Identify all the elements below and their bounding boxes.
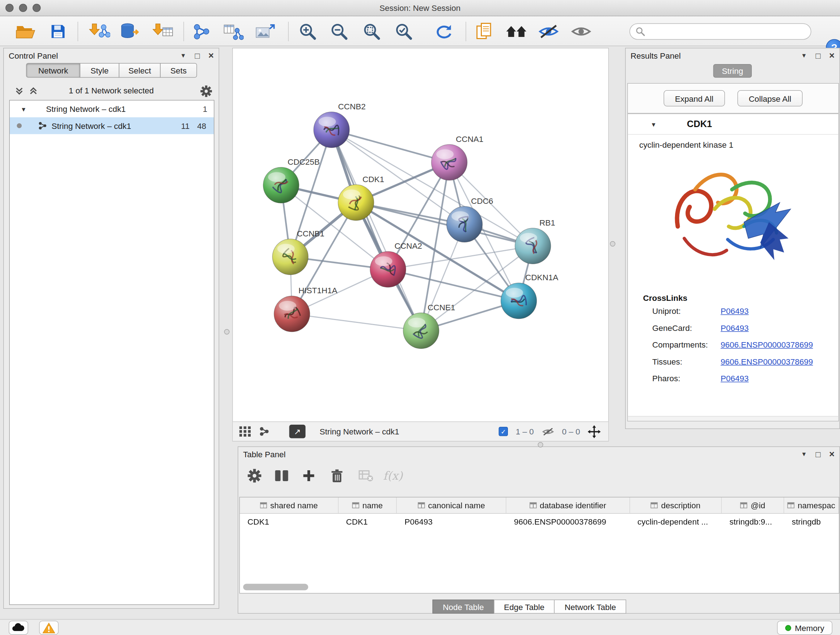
panel-menu-icon[interactable]: ▼ [801,451,807,457]
table-cell[interactable]: CDK1 [240,516,339,526]
left-splitter-handle[interactable] [224,329,230,334]
tab-style[interactable]: Style [80,63,120,78]
network-node-ccna1[interactable] [431,144,467,180]
search-input[interactable] [649,27,806,36]
network-edge[interactable] [332,130,422,331]
network-node-ccna2[interactable] [370,252,406,287]
network-node-cdk1[interactable] [338,185,374,220]
gear-icon[interactable] [201,86,212,97]
import-network-from-file-button[interactable] [88,20,111,43]
column-header-name[interactable]: name [339,497,397,513]
zoom-selected-button[interactable] [392,20,416,43]
network-node-ccne1[interactable] [403,313,439,348]
network-row-selected[interactable]: String Network – cdk1 11 48 [10,117,214,134]
panel-menu-icon[interactable]: ▼ [801,52,807,59]
pan-crosshair-icon[interactable] [588,425,601,438]
table-horizontal-scrollbar[interactable] [243,584,308,591]
tab-sets[interactable]: Sets [160,63,197,78]
save-session-button[interactable] [46,20,70,43]
delete-column-button[interactable] [326,466,348,486]
cloud-status-button[interactable] [9,621,28,635]
network-select-icon[interactable] [259,426,270,437]
table-options-button[interactable] [244,466,265,486]
tab-node-table[interactable]: Node Table [433,600,494,614]
tab-select[interactable]: Select [119,63,161,78]
hide-selected-button[interactable] [537,20,561,43]
network-node-rb1[interactable] [515,228,551,264]
results-horizontal-scrollbar[interactable] [628,416,838,421]
node-label-ccnb1: CCNB1 [297,229,325,238]
panel-close-icon[interactable]: × [829,51,835,60]
network-node-hist1h1a[interactable] [274,296,310,332]
panel-float-icon[interactable]: □ [816,450,821,458]
table-cell[interactable]: CDK1 [339,516,397,526]
tab-network-table[interactable]: Network Table [554,600,626,614]
zoom-fit-button[interactable] [360,20,384,43]
network-node-ccnb1[interactable] [272,239,308,275]
zoom-in-button[interactable] [296,20,320,43]
grid-view-icon[interactable] [240,426,251,437]
selected-checkbox-icon[interactable]: ✓ [499,427,508,436]
open-session-button[interactable] [14,20,38,43]
import-table-from-file-button[interactable] [151,20,175,43]
results-tab-string[interactable]: String [714,64,752,78]
export-network-image-button[interactable] [254,20,278,43]
column-header-database-identifier[interactable]: database identifier [507,497,630,513]
crosslink-link[interactable]: 9606.ENSP00000378699 [721,357,813,366]
table-cell[interactable]: stringdb [784,516,839,526]
network-collection-row[interactable]: ▼ String Network – cdk1 1 [10,101,214,118]
network-edge[interactable] [332,130,450,163]
bottom-splitter-handle[interactable] [538,442,543,448]
show-columns-button[interactable] [271,466,293,486]
zoom-out-button[interactable] [327,20,351,43]
tab-edge-table[interactable]: Edge Table [493,600,554,614]
new-network-button[interactable] [190,20,214,43]
column-header-canonical-name[interactable]: canonical name [397,497,506,513]
search-box[interactable] [630,24,812,40]
collapse-all-button[interactable]: Collapse All [737,90,803,106]
table-cell[interactable]: 9606.ENSP00000378699 [507,516,630,526]
panel-float-icon[interactable]: □ [816,51,821,60]
crosslink-link[interactable]: 9606.ENSP00000378699 [721,340,813,349]
warnings-button[interactable] [39,621,58,635]
legend-creator-button[interactable] [505,20,529,43]
create-column-button[interactable] [298,466,320,486]
crosslink-label: Uniprot: [652,306,721,316]
table-row[interactable]: CDK1CDK1P064939606.ENSP00000378699cyclin… [240,514,839,529]
right-splitter-handle[interactable] [610,241,615,247]
birds-eye-view-button[interactable]: ↗ [289,424,306,439]
tree-caret-icon[interactable]: ▼ [21,106,27,112]
column-header-shared-name[interactable]: shared name [240,497,339,513]
network-canvas[interactable]: CCNB2CCNA1CDC25BCDK1CDC6RB1CCNB1CCNA2CDK… [233,49,608,422]
panel-menu-icon[interactable]: ▼ [180,52,186,59]
crosslink-link[interactable]: P06493 [721,374,749,383]
show-all-button[interactable] [569,20,593,43]
tab-network[interactable]: Network [26,63,80,78]
network-edge[interactable] [356,203,533,246]
memory-button[interactable]: Memory [777,621,832,635]
network-node-ccnb2[interactable] [314,112,349,148]
crosslink-link[interactable]: P06493 [721,306,749,316]
panel-close-icon[interactable]: × [829,449,835,459]
apply-layout-button[interactable] [432,20,456,43]
table-cell[interactable]: stringdb:9... [722,516,784,526]
expand-all-button[interactable]: Expand All [663,90,725,106]
import-network-from-database-button[interactable] [118,20,142,43]
table-cell[interactable]: P06493 [397,516,506,526]
control-panel: Control Panel ▼ □ × Network Style Select… [3,48,219,609]
results-entry-header[interactable]: ▼ CDK1 [628,114,838,135]
table-cell[interactable]: cyclin-dependent ... [630,516,722,526]
network-from-table-button[interactable] [221,20,245,43]
column-header--id[interactable]: @id [722,497,784,513]
network-edge[interactable] [292,314,421,331]
crosslink-link[interactable]: P06493 [721,323,749,333]
network-node-cdkn1a[interactable] [501,283,537,319]
column-header-namespac[interactable]: namespac [784,497,839,513]
network-node-cdc6[interactable] [447,206,483,242]
entry-caret-icon[interactable]: ▼ [651,121,657,127]
panel-float-icon[interactable]: □ [195,51,200,60]
column-header-description[interactable]: description [630,497,722,513]
panel-close-icon[interactable]: × [208,51,214,60]
network-node-cdc25b[interactable] [264,167,299,203]
copy-style-button[interactable] [472,20,496,43]
